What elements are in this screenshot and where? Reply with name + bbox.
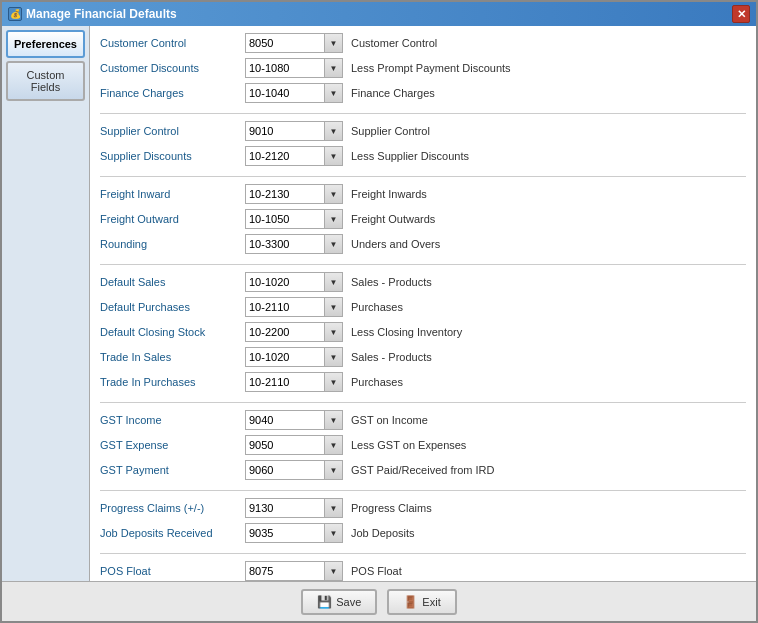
pos-section: POS Float ▼ POS Float (100, 560, 746, 581)
default-closing-stock-input[interactable] (245, 322, 325, 342)
field-label: GST Income (100, 414, 245, 426)
freight-inward-input[interactable] (245, 184, 325, 204)
customer-discounts-input[interactable] (245, 58, 325, 78)
dropdown-arrow[interactable]: ▼ (325, 184, 343, 204)
field-label: Supplier Discounts (100, 150, 245, 162)
save-label: Save (336, 596, 361, 608)
gst-payment-input[interactable] (245, 460, 325, 480)
field-label: Freight Outward (100, 213, 245, 225)
custom-fields-btn[interactable]: Custom Fields (6, 61, 85, 101)
field-row: Trade In Sales ▼ Sales - Products (100, 346, 746, 368)
field-dropdown: ▼ (245, 410, 345, 430)
field-label: Job Deposits Received (100, 527, 245, 539)
dropdown-arrow[interactable]: ▼ (325, 372, 343, 392)
freight-section: Freight Inward ▼ Freight Inwards Freight… (100, 183, 746, 265)
field-row: Progress Claims (+/-) ▼ Progress Claims (100, 497, 746, 519)
main-window: 💰 Manage Financial Defaults ✕ Preference… (0, 0, 758, 623)
gst-expense-input[interactable] (245, 435, 325, 455)
field-row: Supplier Control ▼ Supplier Control (100, 120, 746, 142)
default-purchases-input[interactable] (245, 297, 325, 317)
field-label: POS Float (100, 565, 245, 577)
exit-icon: 🚪 (403, 595, 418, 609)
field-label: GST Expense (100, 439, 245, 451)
supplier-discounts-input[interactable] (245, 146, 325, 166)
customer-control-input[interactable] (245, 33, 325, 53)
dropdown-arrow[interactable]: ▼ (325, 322, 343, 342)
dropdown-arrow[interactable]: ▼ (325, 460, 343, 480)
field-dropdown: ▼ (245, 297, 345, 317)
dropdown-arrow[interactable]: ▼ (325, 498, 343, 518)
freight-outward-input[interactable] (245, 209, 325, 229)
field-dropdown: ▼ (245, 372, 345, 392)
field-label: Trade In Sales (100, 351, 245, 363)
progress-claims-input[interactable] (245, 498, 325, 518)
dropdown-arrow[interactable]: ▼ (325, 121, 343, 141)
field-description: GST on Income (351, 414, 428, 426)
field-label: Trade In Purchases (100, 376, 245, 388)
dropdown-arrow[interactable]: ▼ (325, 146, 343, 166)
dropdown-arrow[interactable]: ▼ (325, 297, 343, 317)
field-row: Finance Charges ▼ Finance Charges (100, 82, 746, 104)
content-area: Preferences Custom Fields Customer Contr… (2, 26, 756, 581)
field-description: Less Prompt Payment Discounts (351, 62, 511, 74)
main-content: Customer Control ▼ Customer Control Cust… (90, 26, 756, 581)
field-dropdown: ▼ (245, 234, 345, 254)
dropdown-arrow[interactable]: ▼ (325, 410, 343, 430)
save-button[interactable]: 💾 Save (301, 589, 377, 615)
trade-in-sales-input[interactable] (245, 347, 325, 367)
footer: 💾 Save 🚪 Exit (2, 581, 756, 621)
sidebar: Preferences Custom Fields (2, 26, 90, 581)
field-dropdown: ▼ (245, 435, 345, 455)
field-dropdown: ▼ (245, 58, 345, 78)
dropdown-arrow[interactable]: ▼ (325, 435, 343, 455)
dropdown-arrow[interactable]: ▼ (325, 234, 343, 254)
dropdown-arrow[interactable]: ▼ (325, 272, 343, 292)
field-description: Unders and Overs (351, 238, 440, 250)
field-row: Job Deposits Received ▼ Job Deposits (100, 522, 746, 544)
field-description: Sales - Products (351, 276, 432, 288)
close-button[interactable]: ✕ (732, 5, 750, 23)
dropdown-arrow[interactable]: ▼ (325, 347, 343, 367)
dropdown-arrow[interactable]: ▼ (325, 58, 343, 78)
field-description: GST Paid/Received from IRD (351, 464, 494, 476)
save-icon: 💾 (317, 595, 332, 609)
pos-float-input[interactable] (245, 561, 325, 581)
field-row: Default Closing Stock ▼ Less Closing Inv… (100, 321, 746, 343)
gst-section: GST Income ▼ GST on Income GST Expense ▼… (100, 409, 746, 491)
dropdown-arrow[interactable]: ▼ (325, 209, 343, 229)
default-sales-input[interactable] (245, 272, 325, 292)
field-row: Default Sales ▼ Sales - Products (100, 271, 746, 293)
dropdown-arrow[interactable]: ▼ (325, 561, 343, 581)
rounding-input[interactable] (245, 234, 325, 254)
field-dropdown: ▼ (245, 121, 345, 141)
window-title: Manage Financial Defaults (26, 7, 177, 21)
field-label: Default Purchases (100, 301, 245, 313)
field-description: Less Closing Inventory (351, 326, 462, 338)
field-label: Progress Claims (+/-) (100, 502, 245, 514)
field-description: Less Supplier Discounts (351, 150, 469, 162)
field-description: Customer Control (351, 37, 437, 49)
job-deposits-input[interactable] (245, 523, 325, 543)
field-dropdown: ▼ (245, 184, 345, 204)
supplier-section: Supplier Control ▼ Supplier Control Supp… (100, 120, 746, 177)
progress-section: Progress Claims (+/-) ▼ Progress Claims … (100, 497, 746, 554)
dropdown-arrow[interactable]: ▼ (325, 523, 343, 543)
field-description: Finance Charges (351, 87, 435, 99)
field-row: Customer Control ▼ Customer Control (100, 32, 746, 54)
trade-in-purchases-input[interactable] (245, 372, 325, 392)
gst-income-input[interactable] (245, 410, 325, 430)
dropdown-arrow[interactable]: ▼ (325, 83, 343, 103)
title-bar: 💰 Manage Financial Defaults ✕ (2, 2, 756, 26)
finance-charges-input[interactable] (245, 83, 325, 103)
field-description: Purchases (351, 301, 403, 313)
preferences-btn[interactable]: Preferences (6, 30, 85, 58)
field-dropdown: ▼ (245, 561, 345, 581)
field-label: Customer Control (100, 37, 245, 49)
field-dropdown: ▼ (245, 322, 345, 342)
field-row: Customer Discounts ▼ Less Prompt Payment… (100, 57, 746, 79)
field-description: Freight Outwards (351, 213, 435, 225)
exit-button[interactable]: 🚪 Exit (387, 589, 456, 615)
supplier-control-input[interactable] (245, 121, 325, 141)
dropdown-arrow[interactable]: ▼ (325, 33, 343, 53)
exit-label: Exit (422, 596, 440, 608)
